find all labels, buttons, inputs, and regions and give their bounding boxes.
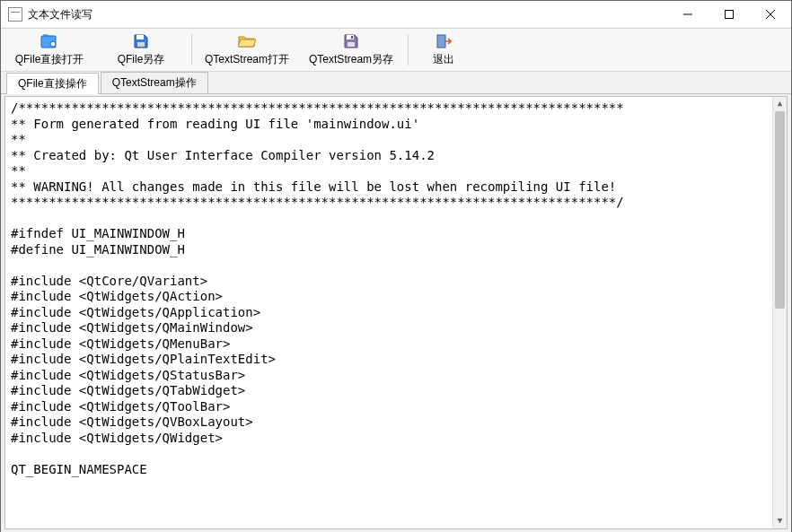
scroll-thumb[interactable] — [775, 111, 785, 309]
svg-rect-7 — [437, 35, 445, 48]
tab-qtextstream[interactable]: QTextStream操作 — [101, 72, 208, 93]
svg-rect-5 — [351, 36, 353, 39]
file-open-icon — [39, 32, 60, 50]
save-icon — [130, 32, 152, 50]
qtextstream-save-button[interactable]: QTextStream另存 — [300, 31, 402, 69]
tab-qfile[interactable]: QFile直接操作 — [6, 73, 99, 94]
toolbar-separator — [408, 34, 409, 65]
toolbar-separator — [191, 34, 192, 65]
exit-button[interactable]: 退出 — [412, 31, 475, 69]
app-icon — [8, 7, 22, 22]
close-button[interactable] — [750, 1, 791, 28]
save-alt-icon — [340, 32, 362, 50]
tab-bar: QFile直接操作 QTextStream操作 — [1, 72, 791, 94]
svg-rect-3 — [137, 42, 145, 47]
tool-label: QTextStream另存 — [309, 52, 393, 67]
tool-label: QTextStream打开 — [205, 52, 289, 67]
content-area: /***************************************… — [1, 94, 791, 532]
tool-label: QFile另存 — [118, 52, 165, 67]
text-editor[interactable]: /***************************************… — [4, 96, 788, 529]
svg-rect-2 — [136, 35, 144, 39]
scroll-up-icon: ▲ — [773, 97, 787, 111]
qtextstream-open-button[interactable]: QTextStream打开 — [196, 31, 298, 69]
scroll-down-icon: ▼ — [773, 514, 787, 528]
tool-label: QFile直接打开 — [15, 52, 84, 67]
folder-open-icon — [236, 32, 258, 50]
editor-content: /***************************************… — [11, 100, 624, 476]
maximize-button[interactable] — [708, 1, 750, 28]
svg-rect-6 — [348, 42, 355, 47]
window-title: 文本文件读写 — [28, 7, 92, 22]
main-window: 文本文件读写 QFile直接打开 — [0, 0, 792, 532]
svg-point-1 — [50, 41, 56, 47]
exit-icon — [433, 32, 454, 50]
vertical-scrollbar[interactable]: ▲ ▼ — [772, 97, 787, 528]
tab-label: QTextStream操作 — [112, 76, 197, 89]
qfile-save-button[interactable]: QFile另存 — [96, 31, 186, 69]
titlebar: 文本文件读写 — [1, 1, 791, 29]
tool-label: 退出 — [433, 52, 454, 67]
toolbar: QFile直接打开 QFile另存 QTextStream打开 — [1, 29, 791, 72]
svg-rect-0 — [726, 11, 734, 19]
minimize-button[interactable] — [667, 1, 708, 28]
tab-label: QFile直接操作 — [18, 77, 87, 90]
qfile-open-button[interactable]: QFile直接打开 — [4, 31, 94, 69]
